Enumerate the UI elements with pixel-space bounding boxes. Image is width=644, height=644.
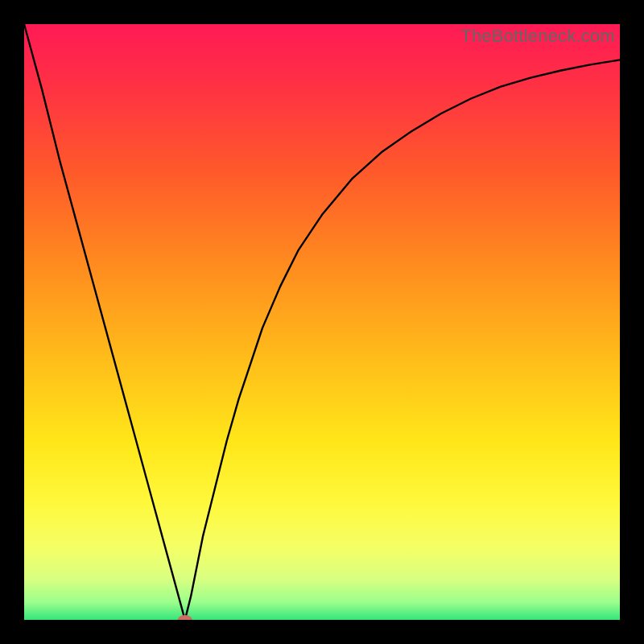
chart-frame: TheBottleneck.com [0,0,644,644]
gradient-background [24,24,620,620]
watermark-text: TheBottleneck.com [460,26,615,47]
chart-svg [24,24,620,620]
plot-area: TheBottleneck.com [24,24,620,620]
